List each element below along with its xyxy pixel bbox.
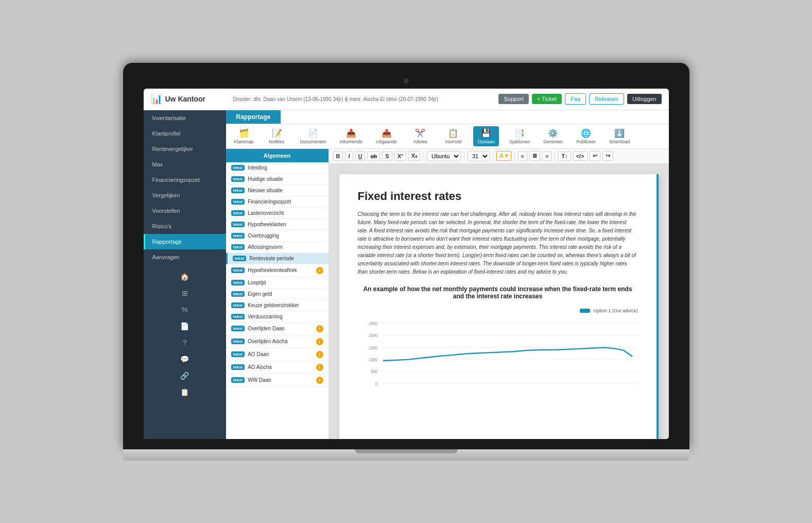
sidebar-link-icon[interactable]: 🔗: [144, 367, 226, 384]
list-item-overlijden-daan[interactable]: tekst Overlijden Daan i: [226, 323, 329, 335]
list-item-lastenoverzicht[interactable]: tekst Lastenoverzicht: [226, 208, 329, 219]
list-item-financieringsopzet[interactable]: tekst Financieringsopzet: [226, 196, 329, 208]
toolbar-download[interactable]: ⬇️ Download: [606, 126, 633, 146]
sidebar-item-klantprofiel[interactable]: Klantprofiel: [144, 126, 226, 141]
faq-button[interactable]: Faq: [565, 93, 586, 105]
item-label: Hypotheekrenteaftrek: [248, 267, 297, 273]
list-item-ww-daan[interactable]: tekst WW Daan i: [226, 374, 329, 387]
indent-button[interactable]: ≡: [542, 151, 551, 161]
list-item-keuze-geldverstrekker[interactable]: tekst Keuze geldverstrekker: [226, 300, 329, 311]
klantmap-icon: 🗂️: [239, 128, 249, 138]
list-item-looptijd[interactable]: tekst Looptijd: [226, 277, 329, 289]
tag-tekst: tekst: [231, 377, 245, 383]
document-body: Choosing the term to fix the interest ra…: [358, 210, 638, 276]
item-label: Nieuwe situatie: [248, 188, 283, 193]
spacing-button[interactable]: T↕: [558, 151, 571, 161]
tag-tekst: tekst: [231, 326, 245, 331]
font-select[interactable]: Ubuntu: [427, 151, 461, 161]
main-layout: Inventarisatie Klantprofiel Rentevergeli…: [144, 110, 669, 439]
redo-button[interactable]: ↪: [602, 151, 613, 161]
undo-button[interactable]: ↩: [590, 151, 600, 161]
sidebar-item-financieringsopzet[interactable]: Financieringsopzet: [144, 172, 226, 188]
sidebar-item-rapportage[interactable]: Rapportage: [144, 234, 226, 249]
tag-tekst: tekst: [231, 291, 245, 297]
info-badge: i: [316, 364, 323, 371]
separator: [493, 151, 493, 161]
bold-button[interactable]: B: [333, 151, 343, 161]
underline-button[interactable]: U: [355, 151, 366, 161]
list-item-huidige-situatie[interactable]: tekst Huidige situatie: [226, 174, 329, 185]
toolbar-uitgaande[interactable]: 📤 Uitgaande: [373, 126, 400, 146]
list-item-overbrugging[interactable]: tekst Overbrugging: [226, 230, 329, 242]
list-item-rentevaste-periode[interactable]: tekst Rentevaste periode: [226, 253, 329, 264]
toolbar-documenten[interactable]: 📄 Documenten: [297, 126, 330, 146]
voorstel-icon: 📋: [448, 128, 458, 138]
toolbar-inkomende[interactable]: 📥 Inkomende: [337, 126, 366, 146]
toolbar-genereer[interactable]: ⚙️ Genereer: [540, 126, 566, 146]
toolbar-opslaan[interactable]: 💾 Opslaan: [473, 126, 499, 146]
rapportage-tab[interactable]: Rapportage: [226, 110, 281, 124]
tag-tekst: tekst: [231, 339, 245, 344]
list-item-ao-daan[interactable]: tekst AO Daan i: [226, 348, 329, 361]
sidebar-item-risicos[interactable]: Risico's: [144, 218, 226, 234]
tag-tekst: tekst: [231, 267, 245, 273]
strike-button[interactable]: S: [382, 151, 392, 161]
toolbar-notities[interactable]: 📝 Notities: [264, 126, 290, 146]
sidebar-chat-icon[interactable]: 💬: [144, 351, 226, 367]
sidebar-item-voorstellen[interactable]: Voorstellen: [144, 203, 226, 218]
laptop-base: [123, 449, 689, 461]
sidebar-item-inventarisatie[interactable]: Inventarisatie: [144, 110, 226, 126]
list-item-hypotheekrenteaftrek[interactable]: tekst Hypotheekrenteaftrek i: [226, 264, 329, 277]
list-item-nieuwe-situatie[interactable]: tekst Nieuwe situatie: [226, 185, 329, 196]
list-item-eigen-geld[interactable]: tekst Eigen geld: [226, 289, 329, 300]
sidebar-item-max[interactable]: Max: [144, 157, 226, 172]
superscript-button[interactable]: X²: [394, 151, 406, 161]
toolbar-klantmap[interactable]: 🗂️ Klantmap: [231, 126, 257, 146]
ticket-button[interactable]: + Ticket: [532, 94, 562, 104]
sidebar-grid-icon[interactable]: ⊞: [144, 285, 226, 301]
releases-button[interactable]: Releases: [589, 93, 624, 105]
laptop-container: 📊 Uw Kantoor Dossier: dhr. Daan van Urse…: [123, 63, 689, 461]
list-item-inleiding[interactable]: tekst Inleiding: [226, 162, 329, 174]
list-item-overlijden-aischa[interactable]: tekst Overlijden Aischa i: [226, 335, 329, 348]
logo-text: Uw Kantoor: [165, 95, 206, 103]
toolbar-publiceer[interactable]: 🌐 Publiceer: [573, 126, 599, 146]
color-button[interactable]: A ▾: [496, 151, 511, 161]
app-container: 📊 Uw Kantoor Dossier: dhr. Daan van Urse…: [144, 89, 669, 439]
svg-text:1000: 1000: [369, 357, 377, 362]
tag-tekst: tekst: [231, 351, 245, 357]
support-button[interactable]: Support: [498, 94, 529, 104]
sidebar-home-icon[interactable]: 🏠: [144, 268, 226, 285]
list-item-aflossingsvorm[interactable]: tekst Aflossingsvorm: [226, 242, 329, 253]
sidebar-question-icon[interactable]: ?: [144, 334, 226, 351]
item-label: Overlijden Daan: [248, 326, 285, 331]
logout-button[interactable]: Uitloggen: [627, 94, 661, 104]
list-item-hypotheeklasten[interactable]: tekst Hypotheeklasten: [226, 219, 329, 230]
page-tab-container: Rapportage: [226, 110, 669, 124]
sidebar-item-rentevergelijker[interactable]: Rentevergelijker: [144, 141, 226, 157]
topbar-actions: Support + Ticket Faq Releases Uitloggen: [498, 93, 661, 105]
toolbar-sjablonen[interactable]: 📑 Sjablonen: [506, 126, 533, 146]
sidebar-item-vergelijken[interactable]: Vergelijken: [144, 188, 226, 203]
strikethrough-button[interactable]: ab: [367, 151, 380, 161]
ordered-list-button[interactable]: ≣: [529, 151, 540, 161]
tag-tekst: tekst: [231, 364, 245, 370]
sidebar: Inventarisatie Klantprofiel Rentevergeli…: [144, 110, 226, 439]
item-label: Looptijd: [248, 280, 266, 285]
bullet-list-button[interactable]: ≡: [518, 151, 527, 161]
font-size-select[interactable]: 31: [468, 151, 490, 161]
tag-tekst: tekst: [231, 233, 245, 239]
documenten-icon: 📄: [308, 128, 318, 138]
sidebar-item-aanvragen[interactable]: Aanvragen: [144, 249, 226, 265]
toolbar-advies[interactable]: ✂️ Advies: [407, 126, 433, 146]
sidebar-doc-icon[interactable]: 📋: [144, 384, 226, 400]
sidebar-file-icon[interactable]: 📄: [144, 318, 226, 334]
toolbar-voorstel[interactable]: 📋 Voorstel: [440, 126, 466, 146]
sidebar-percent-icon[interactable]: %: [144, 301, 226, 318]
list-item-verduurzaming[interactable]: tekst Verduurzaming: [226, 311, 329, 323]
italic-button[interactable]: I: [345, 151, 353, 161]
list-item-ao-aischa[interactable]: tekst AO Aischa i: [226, 361, 329, 374]
code-button[interactable]: </>: [573, 151, 588, 161]
subscript-button[interactable]: X₂: [408, 151, 420, 161]
chart-area: Option 1 (Our advice): [358, 308, 638, 391]
